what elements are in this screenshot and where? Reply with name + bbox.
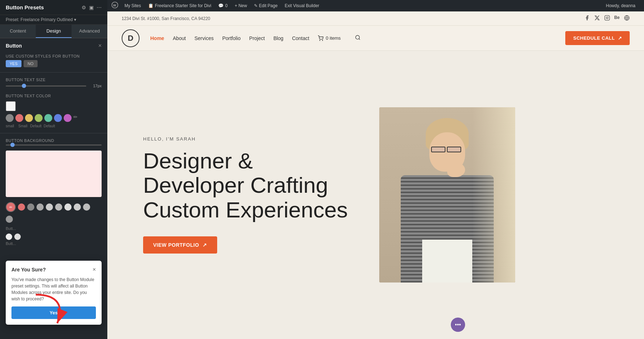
swatch-teal[interactable] xyxy=(44,114,52,122)
bg-label: Button Background xyxy=(6,138,102,143)
nav-home[interactable]: Home xyxy=(150,35,164,41)
panel-tabs: Content Design Advanced xyxy=(0,25,107,38)
butt-circle-2[interactable] xyxy=(14,234,21,240)
bg-track[interactable] xyxy=(6,144,102,146)
small-circles-row: ✏ xyxy=(0,200,107,214)
swatch-purple[interactable] xyxy=(64,114,72,122)
hero-image xyxy=(379,107,515,282)
tab-content[interactable]: Content xyxy=(0,25,36,38)
schedule-call-button[interactable]: SCHEDULE CALL ↗ xyxy=(565,31,630,45)
layout-icon[interactable]: ▣ xyxy=(89,5,94,10)
panel-title: Button Presets xyxy=(6,4,44,10)
svg-text:W: W xyxy=(113,4,116,7)
admin-bar-user: Howdy, deanna xyxy=(602,3,640,8)
section-title: Button xyxy=(6,43,22,49)
admin-bar-my-sites[interactable]: My Sites xyxy=(121,0,145,11)
toggle-no[interactable]: NO xyxy=(24,60,38,67)
schedule-call-arrow: ↗ xyxy=(618,35,622,41)
circle-edit[interactable]: ✏ xyxy=(6,202,16,212)
admin-bar-comments[interactable]: 💬 0 xyxy=(215,0,231,11)
confirm-header: Are You Sure? × xyxy=(11,266,96,273)
admin-bar-site[interactable]: 📋 Freelance Starter Site for Divi xyxy=(145,0,215,11)
facebook-icon[interactable] xyxy=(584,15,590,22)
panel-header-icons: ⚙ ▣ ⋯ xyxy=(82,5,102,10)
section-close-icon[interactable]: × xyxy=(98,43,102,49)
butt-circle-1[interactable] xyxy=(6,234,12,240)
size-labels-row: small Small Default Default xyxy=(6,124,102,128)
tab-advanced[interactable]: Advanced xyxy=(72,25,107,38)
admin-bar-new[interactable]: + New xyxy=(231,0,250,11)
nav-project[interactable]: Project xyxy=(249,35,265,41)
swatch-gray[interactable] xyxy=(6,114,14,122)
text-size-thumb[interactable] xyxy=(22,84,26,88)
pencil-icon[interactable]: ✏ xyxy=(73,114,78,122)
admin-bar-exit-builder[interactable]: Exit Visual Builder xyxy=(281,0,323,11)
separator-1 xyxy=(0,72,107,73)
behance-icon[interactable]: Be xyxy=(614,15,620,22)
swatch-green[interactable] xyxy=(35,114,43,122)
nav-portfolio[interactable]: Portfolio xyxy=(222,35,240,41)
small-circle-7[interactable] xyxy=(74,203,81,211)
nav-contact[interactable]: Contact xyxy=(292,35,309,41)
view-portfolio-arrow: ↗ xyxy=(203,242,207,248)
instagram-icon[interactable] xyxy=(604,15,610,22)
size-Small: Small xyxy=(18,124,27,128)
swatch-red[interactable] xyxy=(15,114,23,122)
confirm-dialog: Are You Sure? × You've made changes to t… xyxy=(6,261,102,325)
search-icon[interactable] xyxy=(355,35,361,42)
small-circle-1[interactable] xyxy=(18,203,25,211)
panel-header: Button Presets ⚙ ▣ ⋯ xyxy=(0,0,107,15)
setting-row-butt1: Butt... xyxy=(6,226,102,231)
small-circle-5[interactable] xyxy=(55,203,62,211)
bg-thumb[interactable] xyxy=(10,143,15,147)
toggle-row: YES NO xyxy=(6,60,102,67)
dot-menu-button[interactable]: ••• xyxy=(451,318,465,332)
view-portfolio-label: VIEW PORTFOLIO xyxy=(153,242,199,248)
panel-preset[interactable]: Preset: Freelance Primary Outlined ▾ xyxy=(0,15,107,25)
text-size-track[interactable] xyxy=(6,85,86,87)
more-icon[interactable]: ⋯ xyxy=(97,5,102,10)
small-circle-8[interactable] xyxy=(83,203,90,211)
small-circle-4[interactable] xyxy=(46,203,53,211)
text-color-setting: Button Text Color ✏ small Small Default … xyxy=(0,92,107,130)
hero-section: HELLO, I'M SARAH Designer & Developer Cr… xyxy=(107,51,644,339)
extra-circle-row xyxy=(0,214,107,224)
text-color-preview[interactable] xyxy=(6,101,16,111)
white-shirt xyxy=(422,240,472,282)
confirm-close-icon[interactable]: × xyxy=(93,266,96,273)
svg-point-8 xyxy=(320,40,320,40)
nav-logo[interactable]: D xyxy=(122,29,140,47)
size-default1: Default xyxy=(30,124,42,128)
text-color-swatches: ✏ xyxy=(6,114,102,122)
small-circle-6[interactable] xyxy=(64,203,72,211)
custom-styles-label: Use Custom Styles For Button xyxy=(6,54,102,58)
twitter-icon[interactable] xyxy=(594,15,600,22)
wp-logo: W xyxy=(112,2,118,10)
confirm-yes-button[interactable]: Yes xyxy=(11,306,96,319)
swatch-blue[interactable] xyxy=(54,114,62,122)
schedule-call-label: SCHEDULE CALL xyxy=(573,35,615,41)
text-color-label: Button Text Color xyxy=(6,94,102,98)
nav-bar: D Home About Services Portfolio Project … xyxy=(107,26,644,51)
tab-design[interactable]: Design xyxy=(36,25,72,38)
small-circle-extra[interactable] xyxy=(6,216,13,223)
section-header: Button × xyxy=(0,38,107,52)
admin-bar-edit-page[interactable]: ✎ Edit Page xyxy=(250,0,281,11)
view-portfolio-button[interactable]: VIEW PORTFOLIO ↗ xyxy=(143,236,217,254)
nav-services[interactable]: Services xyxy=(195,35,214,41)
text-size-setting: Button Text Size 17px xyxy=(0,75,107,90)
svg-point-5 xyxy=(608,16,609,17)
small-circle-3[interactable] xyxy=(36,203,44,211)
swatch-yellow[interactable] xyxy=(25,114,33,122)
toggle-yes[interactable]: YES xyxy=(6,60,21,67)
right-panel: W My Sites 📋 Freelance Starter Site for … xyxy=(107,0,644,339)
bg-preview xyxy=(6,151,102,197)
settings-icon[interactable]: ⚙ xyxy=(82,5,86,10)
site-top-bar: 1234 Divi St. #1000, San Francisco, CA 9… xyxy=(107,11,644,26)
small-circle-2[interactable] xyxy=(27,203,34,211)
other-icon[interactable] xyxy=(624,15,630,22)
nav-blog[interactable]: Blog xyxy=(273,35,283,41)
svg-point-4 xyxy=(606,17,608,19)
nav-about[interactable]: About xyxy=(173,35,186,41)
nav-cart[interactable]: 0 items xyxy=(318,35,341,41)
